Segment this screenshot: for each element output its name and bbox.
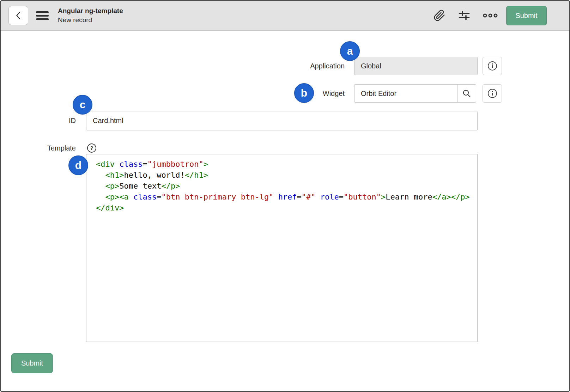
chevron-left-icon bbox=[14, 11, 22, 20]
paperclip-icon bbox=[433, 10, 445, 22]
search-icon bbox=[462, 89, 471, 98]
personalize-form-button[interactable] bbox=[458, 10, 470, 22]
sliders-icon bbox=[458, 10, 470, 22]
help-icon: ? bbox=[87, 143, 97, 153]
back-button[interactable] bbox=[8, 6, 28, 25]
id-label: ID bbox=[1, 111, 76, 130]
annotation-bubble-d: d bbox=[68, 155, 88, 175]
hamburger-icon bbox=[36, 11, 49, 13]
record-form-window: Angular ng-template New record Submit bbox=[0, 0, 570, 392]
record-subtitle: New record bbox=[58, 16, 123, 25]
id-input[interactable] bbox=[86, 111, 478, 130]
application-label: Application bbox=[226, 57, 345, 75]
template-help-button[interactable]: ? bbox=[86, 143, 97, 153]
context-menu-button[interactable] bbox=[36, 11, 49, 20]
application-input[interactable] bbox=[354, 57, 478, 75]
widget-label: Widget bbox=[226, 84, 345, 103]
application-info-button[interactable] bbox=[483, 57, 502, 75]
annotation-bubble-a: a bbox=[340, 41, 360, 61]
annotation-bubble-b: b bbox=[294, 83, 314, 103]
page-title: Angular ng-template bbox=[58, 6, 123, 16]
attachment-button[interactable] bbox=[433, 10, 445, 22]
info-icon bbox=[487, 88, 497, 98]
ellipsis-icon bbox=[483, 13, 498, 18]
more-options-button[interactable] bbox=[483, 13, 498, 18]
title-block: Angular ng-template New record bbox=[58, 6, 123, 24]
header-bar: Angular ng-template New record Submit bbox=[1, 1, 569, 31]
template-code-editor[interactable]: <div class="jumbbotron"> <h1>hello, worl… bbox=[86, 154, 478, 342]
widget-input[interactable] bbox=[354, 84, 457, 103]
svg-text:?: ? bbox=[90, 145, 93, 151]
template-label: Template bbox=[1, 143, 76, 153]
annotation-bubble-c: c bbox=[73, 95, 92, 115]
footer-submit-button[interactable]: Submit bbox=[11, 353, 53, 373]
code-content[interactable]: <div class="jumbbotron"> <h1>hello, worl… bbox=[86, 154, 477, 213]
widget-lookup-button[interactable] bbox=[457, 84, 476, 103]
widget-info-button[interactable] bbox=[483, 84, 502, 103]
info-icon bbox=[487, 61, 497, 71]
header-submit-button[interactable]: Submit bbox=[506, 6, 547, 25]
